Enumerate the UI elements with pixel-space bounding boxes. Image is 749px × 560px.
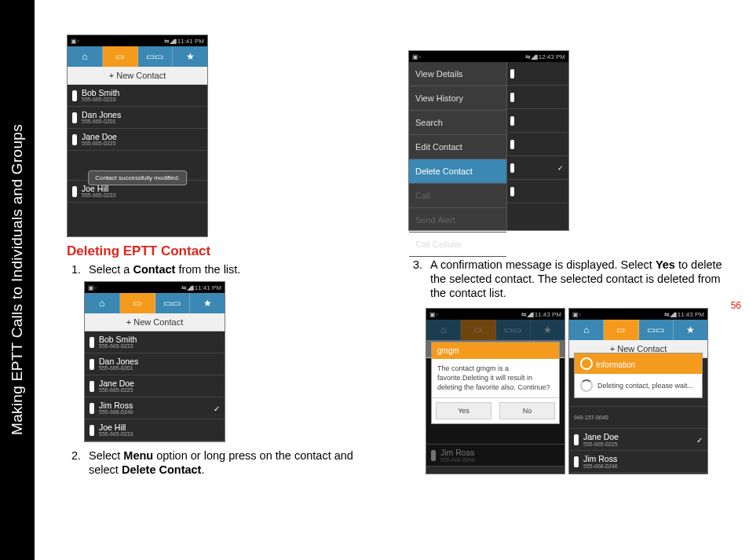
- tab-favorites: ★: [531, 320, 564, 340]
- ctx-call-cellular[interactable]: Call Cellular: [409, 232, 506, 257]
- step-3: A confirmation message is displayed. Sel…: [426, 258, 730, 300]
- tab-favorites[interactable]: ★: [173, 46, 207, 67]
- tab-groups[interactable]: ▭▭: [138, 46, 174, 67]
- tab-favorites[interactable]: ★: [190, 293, 225, 313]
- section-heading: Deleting EPTT Contact: [67, 243, 365, 259]
- presence-icon: [510, 140, 514, 149]
- contact-name: Jane Doe: [583, 433, 619, 441]
- dialog-title: Information: [575, 353, 702, 374]
- tab-home[interactable]: ⌂: [85, 293, 120, 313]
- dialog-body: Deleting contact, please wait...: [575, 374, 702, 397]
- step-bold: Contact: [133, 263, 175, 276]
- signal-battery-icon: [181, 284, 193, 291]
- list-item: Jim Ross555-668-0246: [426, 445, 564, 467]
- tab-groups[interactable]: ▭▭: [155, 293, 191, 313]
- page-number: 56: [731, 300, 741, 311]
- presence-icon: [72, 134, 77, 145]
- ctx-delete-contact[interactable]: Delete Contact: [409, 159, 506, 184]
- screenshot-info-dialog: 11:43 PM ⌂ ▭ ▭▭ ★ + New Contact 949-157-…: [568, 308, 708, 474]
- status-left-icons: [412, 53, 420, 60]
- contact-number: 555-665-0233: [99, 343, 137, 349]
- presence-icon: [574, 456, 579, 467]
- step-text: A confirmation message is displayed. Sel…: [430, 258, 656, 271]
- tab-groups: ▭▭: [639, 320, 674, 340]
- list-item[interactable]: Dan Jones555-665-0201: [85, 353, 225, 375]
- step-list-left: Select a Contact from the list.: [84, 262, 365, 276]
- list-item[interactable]: Jane Doe 555-665-0225: [68, 129, 207, 151]
- status-time: 11:43 PM: [535, 311, 561, 318]
- tab-home: ⌂: [569, 320, 604, 340]
- yes-button[interactable]: Yes: [436, 402, 491, 419]
- presence-icon: [90, 381, 94, 392]
- list-item[interactable]: Jane Doe555-665-0225: [85, 375, 225, 397]
- tab-contacts[interactable]: ▭: [103, 46, 138, 67]
- check-icon: ✓: [557, 164, 564, 172]
- status-time: 11:43 PM: [678, 311, 704, 318]
- check-icon: ✓: [214, 404, 220, 412]
- list-item: [507, 62, 568, 86]
- list-item[interactable]: Bob Smith 555-665-0233: [68, 85, 207, 107]
- tab-favorites: ★: [674, 320, 707, 340]
- check-icon: ✓: [696, 435, 703, 444]
- new-contact-button[interactable]: + New Contact: [68, 67, 207, 85]
- contact-list: Bob Smith555-665-0233 Dan Jones555-665-0…: [85, 331, 225, 441]
- status-time: 11:41 PM: [177, 38, 204, 45]
- list-item[interactable]: Jane Doe555-665-0225 ✓: [569, 429, 707, 451]
- statusbar: 11:41 PM: [68, 35, 207, 46]
- contact-number: 949-157-0640: [574, 415, 608, 420]
- star-icon: ★: [186, 51, 195, 62]
- contact-name: Dan Jones: [82, 111, 121, 119]
- list-item: [507, 133, 568, 156]
- context-menu: View Details View History Search Edit Co…: [409, 62, 507, 230]
- list-item: [507, 86, 568, 109]
- presence-icon: [72, 90, 77, 101]
- new-contact-button[interactable]: + New Contact: [85, 313, 225, 331]
- contact-number: 555-665-0225: [583, 441, 619, 447]
- ctx-search[interactable]: Search: [409, 111, 506, 135]
- status-left-icons: [572, 311, 580, 318]
- list-item: ✓: [507, 156, 568, 180]
- sidebar-band: Making EPTT Calls to Individuals and Gro…: [0, 0, 35, 560]
- list-item[interactable]: Jim Ross555-668-0246 ✓: [85, 397, 225, 419]
- list-item[interactable]: Joe Hill555-665-0233: [85, 419, 225, 441]
- info-dialog: Information Deleting contact, please wai…: [574, 353, 703, 398]
- list-item: [507, 180, 568, 203]
- tab-home[interactable]: ⌂: [68, 46, 103, 67]
- step-bold: Yes: [656, 258, 675, 271]
- tab-home: ⌂: [426, 320, 461, 340]
- no-button[interactable]: No: [499, 402, 555, 419]
- status-right: 12:43 PM: [525, 53, 565, 60]
- list-item[interactable]: Bob Smith555-665-0233: [85, 331, 225, 353]
- tab-contacts: ▭: [604, 320, 638, 340]
- ctx-view-details[interactable]: View Details: [409, 62, 506, 86]
- contact-name: Jane Doe: [99, 379, 134, 388]
- contact-name: Bob Smith: [99, 335, 137, 344]
- presence-icon: [510, 116, 514, 126]
- status-left-icons: [429, 311, 437, 318]
- contact-name: Jim Ross: [583, 455, 618, 463]
- ctx-view-history[interactable]: View History: [409, 86, 506, 111]
- star-icon: ★: [203, 298, 212, 309]
- statusbar: 11:41 PM: [85, 282, 225, 293]
- groups-icon: ▭▭: [146, 51, 163, 62]
- contact-number: 555-665-0225: [99, 387, 134, 393]
- step-text: Select: [89, 449, 123, 462]
- dialog-body: The contact gmgm is a favorite.Deleting …: [432, 359, 559, 397]
- tab-contacts[interactable]: ▭: [120, 293, 155, 313]
- dialog-buttons: Yes No: [432, 397, 559, 423]
- list-item[interactable]: Dan Jones 555-665-0201: [68, 107, 207, 129]
- tabbar: ⌂ ▭ ▭▭ ★: [68, 46, 207, 67]
- screenshot-contact-list-checked: 11:41 PM ⌂ ▭ ▭▭ ★ + New Contact Bob Smit…: [84, 281, 225, 442]
- ctx-edit-contact[interactable]: Edit Contact: [409, 135, 506, 159]
- status-right: 11:43 PM: [521, 311, 561, 318]
- spinner-icon: [580, 379, 593, 392]
- list-item[interactable]: Jim Ross555-668-0246: [569, 451, 707, 473]
- presence-icon: [90, 337, 94, 348]
- presence-icon: [72, 112, 77, 123]
- step-bold: Delete Contact: [122, 463, 202, 476]
- contact-name: Joe Hill: [99, 423, 133, 432]
- status-right: 11:41 PM: [164, 38, 204, 45]
- confirm-dialog: gmgm The contact gmgm is a favorite.Dele…: [431, 342, 560, 424]
- presence-icon: [510, 187, 514, 196]
- contact-name: Joe Hill: [82, 185, 116, 193]
